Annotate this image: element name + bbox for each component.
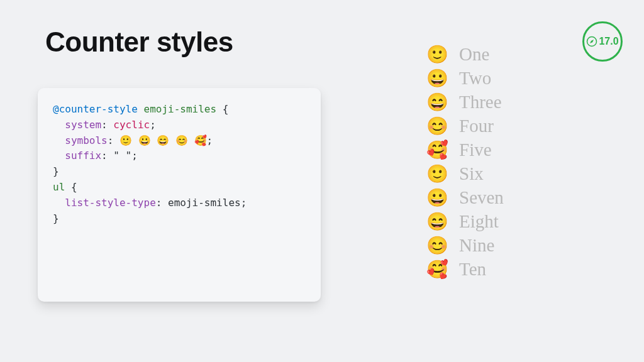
tok-semicolon: ;	[131, 150, 138, 162]
tok-semicolon: ;	[150, 119, 156, 131]
list-marker-icon: 😊	[426, 118, 447, 135]
list-item-label: Seven	[459, 189, 504, 207]
list-marker-icon: 😀	[426, 189, 447, 207]
list-marker-icon: 😀	[426, 70, 447, 87]
list-marker-icon: 😊	[426, 237, 447, 255]
tok-at-rule: @counter-style	[53, 103, 138, 115]
list-item: 😊Nine	[426, 236, 615, 255]
list-item-label: Five	[459, 141, 492, 159]
tok-colon: :	[101, 119, 108, 131]
tok-brace-close: }	[53, 212, 59, 224]
tok-prop-lst: list-style-type	[65, 197, 156, 209]
list-item-label: Nine	[459, 236, 494, 255]
code-block: @counter-style emoji-smiles { system: cy…	[53, 102, 306, 226]
list-item-label: Three	[459, 93, 502, 111]
list-item: 😀Two	[426, 69, 615, 87]
tok-brace-open: {	[223, 103, 229, 115]
list-item: 🥰Five	[426, 141, 615, 159]
tok-colon: :	[108, 134, 114, 146]
list-item: 🙂Six	[426, 165, 615, 183]
list-item: 🙂One	[426, 45, 615, 63]
slide: Counter styles 17.0 @counter-style emoji…	[0, 0, 644, 362]
list-item-label: Two	[459, 69, 491, 87]
tok-colon: :	[101, 150, 108, 162]
tok-brace-open: {	[71, 181, 77, 193]
tok-colon: :	[156, 197, 162, 209]
list-marker-icon: 😄	[426, 213, 447, 231]
list-marker-icon: 🥰	[426, 261, 447, 278]
tok-prop-suffix: suffix	[65, 150, 101, 162]
tok-val-lst: emoji-smiles	[168, 197, 241, 209]
list-item-label: Six	[459, 165, 484, 183]
tok-brace-close: }	[53, 165, 59, 177]
list-item: 😄Three	[426, 93, 615, 111]
list-item: 😊Four	[426, 117, 615, 135]
tok-counter-name: emoji-smiles	[144, 103, 217, 115]
tok-val-symbols: 🙂 😀 😄 😊 🥰	[119, 134, 207, 146]
tok-val-system: cyclic	[113, 119, 150, 131]
list-item: 😀Seven	[426, 189, 615, 207]
list-marker-icon: 😄	[426, 94, 447, 111]
tok-selector-ul: ul	[53, 181, 65, 193]
list-marker-icon: 🙂	[426, 46, 447, 63]
tok-semicolon: ;	[241, 197, 247, 209]
tok-prop-symbols: symbols	[65, 134, 107, 146]
tok-prop-system: system	[65, 119, 101, 131]
list-item-label: Four	[459, 117, 494, 135]
demo-list: 🙂One 😀Two 😄Three 😊Four 🥰Five 🙂Six 😀Seven…	[426, 45, 615, 284]
list-marker-icon: 🥰	[426, 141, 447, 159]
tok-val-suffix: " "	[113, 150, 131, 162]
code-card: @counter-style emoji-smiles { system: cy…	[38, 88, 321, 302]
list-item: 😄Eight	[426, 212, 615, 231]
list-marker-icon: 🙂	[426, 165, 447, 183]
list-item-label: Eight	[459, 212, 499, 231]
list-item-label: One	[459, 45, 489, 63]
list-item-label: Ten	[459, 260, 486, 278]
svg-marker-1	[590, 40, 594, 43]
tok-semicolon: ;	[207, 134, 213, 146]
list-item: 🥰Ten	[426, 260, 615, 278]
